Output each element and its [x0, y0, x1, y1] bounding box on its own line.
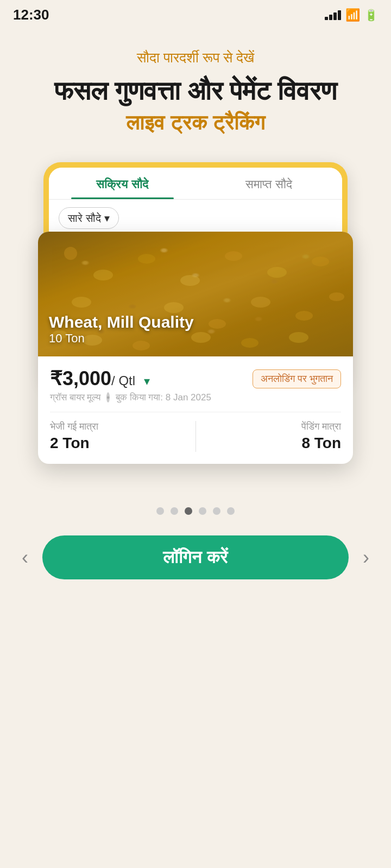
pagination-dot-4[interactable]	[199, 507, 206, 515]
battery-icon: 🔋	[364, 9, 378, 22]
pagination-dot-6[interactable]	[227, 507, 235, 515]
price-chevron-icon: ▾	[144, 374, 150, 388]
svg-point-12	[295, 311, 313, 321]
cards-wrapper: सक्रिय सौदे समाप्त सौदे सारे सौदे ▾ Whea…	[38, 162, 353, 388]
hero-title: फसल गुणवत्ता और पेमेंट विवरण	[22, 76, 369, 106]
status-bar: 12:30 📶 🔋	[0, 0, 391, 28]
divider	[50, 412, 341, 412]
wifi-icon: 📶	[345, 8, 360, 22]
back-arrow[interactable]: ‹	[16, 541, 34, 575]
svg-point-17	[289, 332, 308, 343]
chevron-down-icon: ▾	[104, 212, 110, 225]
filter-dropdown[interactable]: सारे सौदे ▾	[59, 207, 119, 229]
svg-point-0	[64, 247, 77, 260]
price-row: ₹3,000/ Qtl ▾ अनलोडिंग पर भुगतान	[50, 367, 341, 390]
price-main: ₹3,000/ Qtl ▾	[50, 367, 150, 390]
sent-qty-label: भेजी गई मात्रा	[50, 421, 187, 432]
sent-qty-col: भेजी गई मात्रा 2 Ton	[50, 421, 195, 452]
svg-point-2	[138, 254, 155, 264]
pending-qty-col: पेंडिंग मात्रा 8 Ton	[195, 421, 342, 452]
detail-card-image-text: Wheat, Mill Quality 10 Ton	[49, 313, 194, 346]
pagination	[0, 496, 391, 526]
svg-point-10	[209, 319, 226, 329]
svg-point-3	[180, 275, 200, 286]
detail-card: Wheat, Mill Quality 10 Ton ₹3,000/ Qtl ▾…	[38, 232, 353, 464]
pagination-dot-1[interactable]	[156, 507, 164, 515]
svg-point-6	[312, 257, 329, 266]
svg-point-7	[72, 297, 91, 308]
svg-point-4	[225, 251, 242, 261]
login-button[interactable]: लॉगिन करें	[42, 535, 349, 579]
tabs-bar: सक्रिय सौदे समाप्त सौदे	[49, 168, 342, 200]
payment-badge: अनलोडिंग पर भुगतान	[253, 369, 341, 388]
filter-row: सारे सौदे ▾	[49, 200, 342, 237]
status-time: 12:30	[13, 7, 49, 23]
pagination-dot-2[interactable]	[171, 507, 178, 515]
svg-point-1	[93, 270, 113, 280]
qty-row: भेजी गई मात्रा 2 Ton पेंडिंग मात्रा 8 To…	[50, 421, 341, 464]
pagination-dot-3[interactable]	[185, 507, 192, 515]
svg-point-5	[267, 267, 287, 278]
svg-point-9	[164, 302, 184, 313]
detail-card-image: Wheat, Mill Quality 10 Ton	[38, 232, 353, 356]
tab-active-deals[interactable]: सक्रिय सौदे	[49, 168, 195, 199]
hero-highlight: लाइव ट्रक ट्रैकिंग	[22, 111, 369, 135]
signal-icon	[325, 10, 341, 20]
tab-completed-deals[interactable]: समाप्त सौदे	[195, 168, 342, 199]
pending-qty-label: पेंडिंग मात्रा	[205, 421, 342, 432]
svg-point-16	[241, 338, 258, 348]
pagination-dot-5[interactable]	[213, 507, 220, 515]
svg-point-15	[191, 332, 211, 343]
pending-qty-value: 8 Ton	[205, 435, 342, 452]
svg-point-11	[251, 297, 270, 308]
detail-card-body: ₹3,000/ Qtl ▾ अनलोडिंग पर भुगतान ग्रॉस ब…	[38, 356, 353, 464]
crop-qty: 10 Ton	[49, 331, 194, 346]
next-arrow[interactable]: ›	[357, 541, 375, 575]
bottom-nav: ‹ लॉगिन करें ›	[0, 526, 391, 601]
price-meta: ग्रॉस बायर मूल्य • बुक किया गया: 8 Jan 2…	[50, 392, 341, 403]
crop-name: Wheat, Mill Quality	[49, 313, 194, 331]
svg-point-18	[329, 292, 344, 301]
hero-subtitle: सौदा पारदर्शी रूप से देखें	[22, 49, 369, 66]
status-icons: 📶 🔋	[325, 8, 378, 22]
hero-section: सौदा पारदर्शी रूप से देखें फसल गुणवत्ता …	[0, 28, 391, 146]
sent-qty-value: 2 Ton	[50, 435, 187, 452]
